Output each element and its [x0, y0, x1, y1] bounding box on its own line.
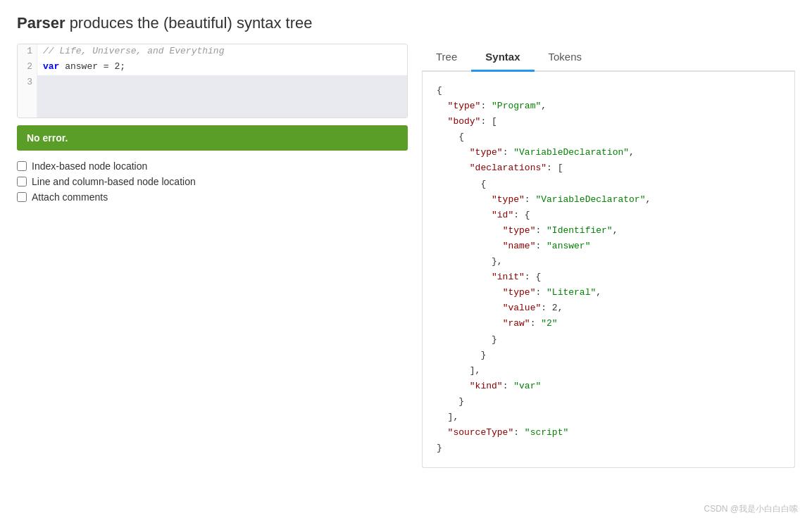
line-number: 3 — [18, 75, 37, 118]
json-line: } — [437, 394, 780, 410]
checkbox-input[interactable] — [17, 161, 27, 171]
tab-tree[interactable]: Tree — [422, 44, 471, 72]
options-list: Index-based node locationLine and column… — [17, 160, 408, 203]
checkbox-item[interactable]: Index-based node location — [17, 160, 408, 172]
title-bold: Parser — [17, 14, 65, 32]
tab-tokens[interactable]: Tokens — [535, 44, 596, 72]
json-line: } — [437, 441, 780, 456]
json-line: { — [437, 177, 780, 192]
checkbox-item[interactable]: Line and column-based node location — [17, 176, 408, 187]
checkbox-label: Index-based node location — [32, 160, 147, 172]
checkbox-input[interactable] — [17, 192, 27, 202]
line-number: 1 — [18, 44, 37, 60]
json-line: "type": "VariableDeclaration", — [437, 145, 780, 160]
json-line: "type": "Literal", — [437, 285, 780, 301]
json-line: } — [437, 348, 780, 363]
json-line: "type": "VariableDeclarator", — [437, 192, 780, 208]
json-line: "init": { — [437, 270, 780, 285]
title-rest: produces the (beautiful) syntax tree — [65, 14, 313, 32]
checkbox-input[interactable] — [17, 177, 27, 186]
json-line: "id": { — [437, 208, 780, 223]
checkbox-label: Attach comments — [32, 191, 108, 203]
json-line: "raw": "2" — [437, 316, 780, 331]
line-content: // Life, Universe, and Everything — [37, 44, 407, 60]
json-line: "sourceType": "script" — [437, 425, 780, 441]
tab-syntax[interactable]: Syntax — [471, 44, 534, 72]
json-line: "type": "Identifier", — [437, 223, 780, 239]
left-panel: 1// Life, Universe, and Everything2var a… — [17, 44, 408, 203]
code-editor[interactable]: 1// Life, Universe, and Everything2var a… — [17, 44, 408, 118]
main-layout: 1// Life, Universe, and Everything2var a… — [17, 44, 795, 468]
json-line: "type": "Program", — [437, 99, 780, 114]
json-line: }, — [437, 254, 780, 270]
json-line: "kind": "var" — [437, 379, 780, 394]
page-title: Parser produces the (beautiful) syntax t… — [17, 14, 795, 32]
right-panel: TreeSyntaxTokens { "type": "Program", "b… — [422, 44, 795, 468]
json-line: } — [437, 332, 780, 348]
line-content: var answer = 2; — [37, 60, 407, 75]
syntax-panel: { "type": "Program", "body": [ { "type":… — [422, 72, 795, 468]
json-line: ], — [437, 410, 780, 425]
code-line: 3 — [18, 75, 407, 118]
json-line: { — [437, 129, 780, 145]
json-line: "name": "answer" — [437, 239, 780, 254]
code-line: 1// Life, Universe, and Everything — [18, 44, 407, 60]
checkbox-item[interactable]: Attach comments — [17, 191, 408, 203]
json-line: { — [437, 83, 780, 99]
json-line: ], — [437, 363, 780, 379]
json-line: "value": 2, — [437, 301, 780, 316]
code-line: 2var answer = 2; — [18, 60, 407, 75]
tabs-header: TreeSyntaxTokens — [422, 44, 795, 72]
error-bar: No error. — [17, 125, 408, 151]
json-line: "declarations": [ — [437, 160, 780, 176]
json-line: "body": [ — [437, 114, 780, 129]
checkbox-label: Line and column-based node location — [32, 176, 196, 187]
line-number: 2 — [18, 60, 37, 75]
line-content — [37, 75, 407, 118]
